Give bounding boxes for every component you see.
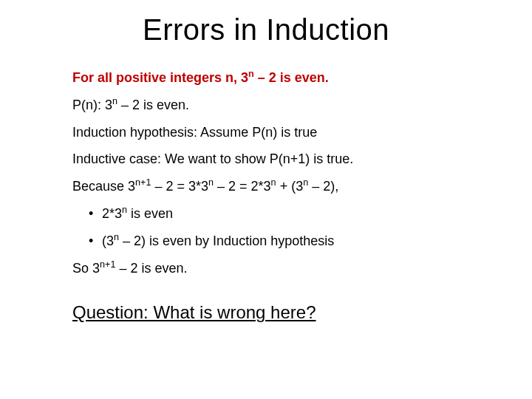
b2-b: – 2) is even by Induction hypothesis: [119, 233, 334, 248]
so-b: – 2 is even.: [115, 261, 187, 276]
inductive-line: Inductive case: We want to show P(n+1) i…: [72, 149, 480, 170]
pn-b: – 2 is even.: [117, 98, 189, 112]
so-s: n+1: [100, 259, 115, 270]
pn-a: P(n): 3: [72, 98, 112, 112]
bc-b: – 2 = 3*3: [151, 179, 208, 194]
claim-prefix: For all positive integers n, 3: [72, 70, 248, 85]
content-block: For all positive integers n, 3n – 2 is e…: [30, 67, 502, 279]
pn-line: P(n): 3n – 2 is even.: [72, 95, 480, 116]
bc-d: + (3: [276, 179, 304, 194]
claim-sup: n: [248, 69, 254, 79]
b1-b: is even: [127, 206, 173, 221]
bc-s1: n+1: [135, 177, 151, 188]
because-line: Because 3n+1 – 2 = 3*3n – 2 = 2*3n + (3n…: [72, 176, 480, 197]
bc-a: Because 3: [72, 179, 135, 194]
bc-s2: n: [208, 177, 214, 188]
b1-a: 2*3: [102, 206, 122, 221]
b2-a: (3: [102, 233, 114, 248]
bc-e: – 2),: [308, 179, 338, 194]
slide-title: Errors in Induction: [30, 13, 502, 47]
slide: Errors in Induction For all positive int…: [0, 0, 532, 399]
so-a: So 3: [72, 261, 100, 276]
hypothesis-line: Induction hypothesis: Assume P(n) is tru…: [72, 122, 480, 143]
claim-line: For all positive integers n, 3n – 2 is e…: [72, 67, 480, 89]
question-text: Question: What is wrong here?: [72, 302, 316, 322]
bullet-2: (3n – 2) is even by Induction hypothesis: [72, 231, 480, 252]
b2-s: n: [114, 232, 119, 242]
b1-s: n: [122, 205, 127, 215]
bullet-1: 2*3n is even: [72, 203, 480, 225]
bc-c: – 2 = 2*3: [214, 179, 271, 194]
so-line: So 3n+1 – 2 is even.: [72, 258, 480, 279]
bc-s3: n: [271, 177, 276, 188]
claim-suffix: – 2 is even.: [254, 70, 329, 85]
question-wrap: Question: What is wrong here?: [30, 302, 502, 323]
pn-sup: n: [112, 96, 117, 106]
